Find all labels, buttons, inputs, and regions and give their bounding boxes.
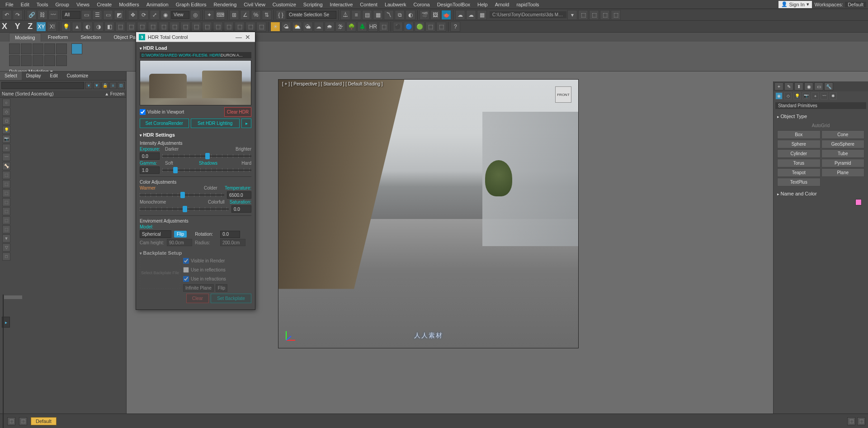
gamma-slider[interactable] xyxy=(162,167,251,173)
primitive-torus[interactable]: Torus xyxy=(777,159,821,167)
hdr-titlebar[interactable]: 3 HDR Total Control — ✕ xyxy=(136,32,255,42)
snap-toggle-button[interactable]: ⊞ xyxy=(229,10,239,20)
weather-icon[interactable]: 🌤 xyxy=(281,22,291,32)
percent-snap-button[interactable]: % xyxy=(251,10,261,20)
icon-misc-4[interactable]: ⬚ xyxy=(611,10,621,20)
signin-button[interactable]: 👤 Sign In ▾ xyxy=(778,1,812,8)
menu-customize[interactable]: Customize xyxy=(269,0,300,9)
weather-icon[interactable]: ⛅ xyxy=(292,22,302,32)
filter-box-icon[interactable]: □ xyxy=(2,252,10,261)
plugin-icon[interactable]: ⬚ xyxy=(170,22,179,32)
menu-arnold[interactable]: Arnold xyxy=(491,0,513,9)
spinner-snap-button[interactable]: ⇅ xyxy=(262,10,272,20)
gallery-button[interactable]: ▦ xyxy=(477,10,487,20)
unlink-button[interactable]: ⛓ xyxy=(38,10,47,20)
ribbon-btn[interactable] xyxy=(44,43,55,54)
flip-button[interactable]: Flip xyxy=(174,231,187,238)
se-tab-customize[interactable]: Customize xyxy=(62,71,93,80)
edit-named-sel-button[interactable]: { } xyxy=(276,10,286,20)
redo-button[interactable]: ↷ xyxy=(13,10,23,20)
keyboard-shortcut-button[interactable]: ⌨ xyxy=(215,10,225,20)
status-icon[interactable]: ⬚ xyxy=(847,417,855,425)
primitive-textplus[interactable]: TextPlus xyxy=(777,178,821,186)
refcoord-combo[interactable]: View xyxy=(171,11,189,19)
icon-misc-1[interactable]: ⬚ xyxy=(578,10,588,20)
model-dropdown[interactable]: Spherical xyxy=(140,230,171,238)
visible-viewport-check[interactable] xyxy=(140,109,146,115)
menu-rapid[interactable]: rapidTools xyxy=(513,0,542,9)
rotate-button[interactable]: ⟳ xyxy=(139,10,149,20)
create-sub-lights[interactable]: 💡 xyxy=(793,92,801,100)
create-sub-systems[interactable]: ✱ xyxy=(830,92,837,100)
ribbon-btn[interactable] xyxy=(33,43,43,54)
bind-button[interactable]: 〰 xyxy=(48,10,58,20)
menu-laubwerk[interactable]: Laubwerk xyxy=(381,0,410,9)
workspace-dropdown[interactable]: Default xyxy=(845,2,866,7)
primitive-cylinder[interactable]: Cylinder xyxy=(777,149,821,158)
create-sub-helpers[interactable]: ＋ xyxy=(811,92,819,100)
tool-icon-1[interactable]: ▲ xyxy=(72,22,82,32)
bp-reflect-checkbox[interactable]: Use in reflections xyxy=(183,266,251,274)
status-icon[interactable]: ⬚ xyxy=(7,417,15,425)
select-region-button[interactable]: ▭ xyxy=(103,10,113,20)
cmd-tab-create[interactable]: + xyxy=(774,82,783,90)
render-setup-button[interactable]: 🎬 xyxy=(420,10,429,20)
menu-edit[interactable]: Edit xyxy=(17,0,33,9)
plugin-icon[interactable]: ⬚ xyxy=(379,22,389,32)
plugin-icon[interactable]: ⬚ xyxy=(126,22,136,32)
scene-search-input[interactable] xyxy=(1,82,84,89)
plugin-icon[interactable]: ⬚ xyxy=(213,22,223,32)
viewcube[interactable]: FRONT xyxy=(555,86,571,103)
menu-content[interactable]: Content xyxy=(356,0,381,9)
exposure-slider[interactable] xyxy=(162,153,251,159)
hdr-preview-thumb[interactable] xyxy=(140,60,251,105)
cmd-tab-modify[interactable]: ✎ xyxy=(784,82,793,90)
plugin-icon[interactable]: ⬚ xyxy=(235,22,245,32)
primitive-box[interactable]: Box xyxy=(777,130,821,139)
viewport-perspective[interactable]: [ + ] [ Perspective ] [ Standard ] [ Def… xyxy=(278,79,579,348)
plugin-icon[interactable]: ⬚ xyxy=(224,22,234,32)
temperature-slider[interactable] xyxy=(140,192,224,198)
gamma-spinner[interactable]: 1.0 xyxy=(140,166,160,174)
time-slider[interactable] xyxy=(3,295,4,428)
material-editor-button[interactable]: ◐ xyxy=(406,10,415,20)
ribbon-btn[interactable] xyxy=(56,43,67,54)
se-col-frozen[interactable]: ▲ Frozen xyxy=(104,91,124,96)
ribbon-btn[interactable] xyxy=(56,55,67,66)
create-sub-geometry[interactable]: ◉ xyxy=(775,92,783,100)
camheight-spinner[interactable]: 90.0cm xyxy=(167,239,192,246)
weather-icon[interactable]: ☁ xyxy=(314,22,324,32)
project-browse-button[interactable]: ▾ xyxy=(567,10,577,20)
filter-icon[interactable]: ⬚ xyxy=(2,225,10,233)
select-button[interactable]: ▭ xyxy=(81,10,91,20)
menu-group[interactable]: Group xyxy=(52,0,73,9)
create-sub-shapes[interactable]: ◇ xyxy=(784,92,792,100)
primitive-category-dropdown[interactable]: Standard Primitives xyxy=(775,102,866,109)
ribbon-btn[interactable] xyxy=(44,55,55,66)
menu-modifiers[interactable]: Modifiers xyxy=(115,0,143,9)
bp-refract-check[interactable] xyxy=(183,276,189,282)
set-corona-render-button[interactable]: Set CoronaRender xyxy=(140,119,189,128)
menu-dtb[interactable]: DesignToolBox xyxy=(434,0,474,9)
primitive-geosphere[interactable]: GeoSphere xyxy=(821,140,865,148)
list-icon[interactable]: ≡ xyxy=(109,82,117,89)
plugin-icon[interactable]: ⬚ xyxy=(159,22,169,32)
ribbon-btn-active[interactable] xyxy=(71,43,82,54)
icon-misc-2[interactable]: ⬚ xyxy=(589,10,599,20)
plugin-icon[interactable]: ⬚ xyxy=(137,22,147,32)
collapse-icon[interactable]: ⊟ xyxy=(118,82,125,89)
primitive-teapot[interactable]: Teapot xyxy=(777,168,821,177)
layer-button[interactable]: ▤ xyxy=(362,10,372,20)
status-default-label[interactable]: Default xyxy=(31,417,57,425)
menu-scripting[interactable]: Scripting xyxy=(300,0,326,9)
funnel-icon[interactable]: ▼ xyxy=(93,82,100,89)
ribbon-tab-modeling[interactable]: Modeling xyxy=(9,33,41,42)
tool-icon-4[interactable]: ◧ xyxy=(104,22,114,32)
saturation-slider[interactable] xyxy=(140,206,229,212)
create-sub-space[interactable]: 〰 xyxy=(821,92,828,100)
filter-helpers-icon[interactable]: ＋ xyxy=(2,144,10,152)
radius-spinner[interactable]: 200.0cm xyxy=(220,239,245,246)
filter-icon[interactable]: ▾ xyxy=(85,82,92,89)
weather-icon[interactable]: 🌫 xyxy=(335,22,345,32)
tool-icon-2[interactable]: ◐ xyxy=(83,22,93,32)
